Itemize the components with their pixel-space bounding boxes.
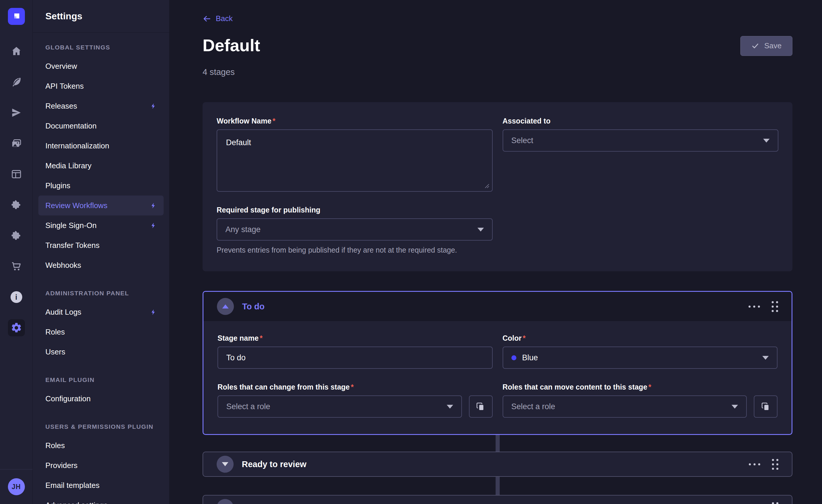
sidebar-item-documentation[interactable]: Documentation xyxy=(38,116,164,136)
sidebar-header: Settings xyxy=(33,0,169,33)
sidebar-item-label: Review Workflows xyxy=(45,201,107,210)
required-stage-select[interactable]: Any stage xyxy=(217,218,493,240)
required-asterisk: * xyxy=(523,334,526,342)
back-link[interactable]: Back xyxy=(202,14,233,23)
associated-to-select[interactable]: Select xyxy=(503,129,779,152)
sidebar-item-single-sign-on[interactable]: Single Sign-On xyxy=(38,215,164,235)
sidebar-title: Settings xyxy=(45,11,82,22)
sidebar-item-users[interactable]: Users xyxy=(38,342,164,362)
roles-change-from-field: Roles that can change from this stage* S… xyxy=(218,383,493,418)
stage-color-label: Color* xyxy=(503,334,778,343)
sidebar-item-media-library[interactable]: Media Library xyxy=(38,156,164,175)
sidebar-item-releases[interactable]: Releases xyxy=(38,96,164,116)
stage-color-select[interactable]: Blue xyxy=(503,347,778,369)
sidebar-item-up-roles[interactable]: Roles xyxy=(38,436,164,455)
sidebar-item-label: Overview xyxy=(45,62,77,71)
resize-handle-icon[interactable] xyxy=(484,183,490,189)
sidebar-item-label: Roles xyxy=(45,441,65,450)
sidebar-item-internationalization[interactable]: Internationalization xyxy=(38,136,164,156)
stage-panel-to-do: To do Stage name* To do xyxy=(202,291,792,435)
chevron-down-icon xyxy=(732,405,738,409)
expand-stage-button[interactable] xyxy=(217,499,234,504)
required-asterisk: * xyxy=(260,334,263,342)
strapi-logo[interactable] xyxy=(8,8,25,25)
user-avatar[interactable]: JH xyxy=(8,478,25,495)
drag-handle-icon[interactable] xyxy=(771,501,779,504)
sidebar-item-audit-logs[interactable]: Audit Logs xyxy=(38,302,164,322)
stage-title: Ready to review xyxy=(242,460,307,469)
stages-list: To do Stage name* To do xyxy=(202,291,792,504)
sidebar-item-label: Transfer Tokens xyxy=(45,241,99,250)
required-stage-hint: Prevents entries from being published if… xyxy=(217,246,493,255)
sidebar-item-review-workflows[interactable]: Review Workflows xyxy=(38,195,164,215)
sidebar-item-configuration[interactable]: Configuration xyxy=(38,389,164,409)
back-arrow-icon xyxy=(202,14,212,23)
back-label: Back xyxy=(216,14,233,23)
sidebar-item-admin-roles[interactable]: Roles xyxy=(38,322,164,342)
chevron-down-icon xyxy=(222,462,228,466)
workflow-name-value: Default xyxy=(226,138,251,147)
stage-name-label: Stage name* xyxy=(218,334,493,343)
page-header-text: Default 4 stages xyxy=(202,36,260,77)
roles-move-to-select[interactable]: Select a role xyxy=(503,395,747,418)
workflow-name-textarea[interactable]: Default xyxy=(217,129,493,192)
sidebar-item-transfer-tokens[interactable]: Transfer Tokens xyxy=(38,235,164,255)
color-swatch-dot xyxy=(511,355,516,360)
content-manager-feather-icon[interactable] xyxy=(8,73,25,90)
release-paper-plane-icon[interactable] xyxy=(8,104,25,121)
sidebar-section-administration-panel: ADMINISTRATION PANEL Audit Logs Roles Us… xyxy=(38,290,164,362)
sidebar-item-label: Webhooks xyxy=(45,261,81,270)
collapse-stage-button[interactable] xyxy=(217,298,234,315)
stage-body: Stage name* To do Color* xyxy=(203,321,792,434)
roles-move-to-field: Roles that can move content to this stag… xyxy=(503,383,778,418)
sidebar-item-email-templates[interactable]: Email templates xyxy=(38,475,164,495)
label-text: Roles that can move content to this stag… xyxy=(503,383,648,391)
marketplace-puzzle-icon[interactable] xyxy=(8,227,25,244)
roles-change-from-select[interactable]: Select a role xyxy=(218,395,462,418)
media-library-icon[interactable] xyxy=(8,135,25,152)
settings-gear-icon[interactable] xyxy=(8,319,25,336)
drag-handle-icon[interactable] xyxy=(771,300,779,313)
drag-handle-icon[interactable] xyxy=(771,458,779,471)
page-title: Default xyxy=(202,36,260,55)
stage-row-ready-to-review: Ready to review xyxy=(202,452,792,477)
rail-bottom: JH xyxy=(0,469,32,504)
settings-sidebar: Settings GLOBAL SETTINGS Overview API To… xyxy=(33,0,169,504)
sidebar-item-plugins[interactable]: Plugins xyxy=(38,175,164,195)
required-stage-label: Required stage for publishing xyxy=(217,206,493,214)
more-options-icon[interactable] xyxy=(748,304,761,309)
associated-to-field: Associated to Select xyxy=(503,117,779,192)
duplicate-roles-button[interactable] xyxy=(469,395,493,418)
sidebar-item-label: Releases xyxy=(45,101,77,111)
more-options-icon[interactable] xyxy=(748,462,761,467)
home-icon[interactable] xyxy=(8,43,25,60)
required-asterisk: * xyxy=(273,117,276,125)
plugins-puzzle-icon[interactable] xyxy=(8,196,25,213)
stage-name-input[interactable]: To do xyxy=(218,347,493,369)
select-placeholder: Select a role xyxy=(226,402,270,411)
sidebar-item-providers[interactable]: Providers xyxy=(38,455,164,475)
strapi-logo-icon xyxy=(11,11,21,21)
save-button[interactable]: Save xyxy=(740,36,792,56)
chevron-down-icon xyxy=(477,228,484,231)
expand-stage-button[interactable] xyxy=(217,456,234,473)
sidebar-item-label: Audit Logs xyxy=(45,308,81,317)
sidebar-item-api-tokens[interactable]: API Tokens xyxy=(38,76,164,96)
sidebar-item-label: Documentation xyxy=(45,121,97,130)
content-type-builder-icon[interactable] xyxy=(8,166,25,183)
sidebar-item-label: Media Library xyxy=(45,161,92,170)
sidebar-item-advanced-settings[interactable]: Advanced settings xyxy=(38,495,164,504)
duplicate-roles-button[interactable] xyxy=(754,395,778,418)
sidebar-item-overview[interactable]: Overview xyxy=(38,56,164,76)
save-button-label: Save xyxy=(764,41,782,50)
lightning-bolt-icon xyxy=(150,309,157,316)
sidebar-item-label: API Tokens xyxy=(45,82,84,91)
required-asterisk: * xyxy=(649,383,651,391)
info-icon[interactable]: i xyxy=(8,289,25,306)
sidebar-item-webhooks[interactable]: Webhooks xyxy=(38,255,164,275)
chevron-down-icon xyxy=(447,405,453,409)
select-placeholder: Select xyxy=(511,136,533,145)
sidebar-nav: GLOBAL SETTINGS Overview API Tokens Rele… xyxy=(33,33,169,504)
workflow-name-label: Workflow Name* xyxy=(217,117,493,125)
cart-icon[interactable] xyxy=(8,258,25,275)
